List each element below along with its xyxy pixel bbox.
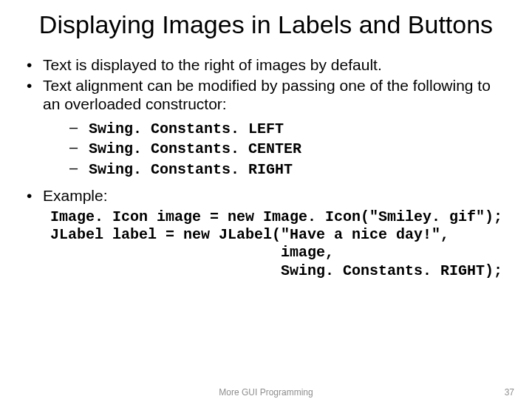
sub-bullet-item: Swing. Constants. LEFT	[43, 118, 510, 138]
code-example: Image. Icon image = new Image. Icon("Smi…	[50, 208, 510, 281]
bullet-text: Text is displayed to the right of images…	[43, 56, 382, 73]
bullet-text: Text alignment can be modified by passin…	[43, 77, 491, 113]
footer-title: More GUI Programming	[0, 387, 532, 398]
code-constant: Swing. Constants. LEFT	[89, 120, 284, 137]
slide: Displaying Images in Labels and Buttons …	[0, 0, 532, 399]
code-constant: Swing. Constants. CENTER	[89, 140, 301, 157]
bullet-list: Text is displayed to the right of images…	[22, 55, 510, 205]
sub-bullet-list: Swing. Constants. LEFT Swing. Constants.…	[43, 118, 510, 179]
sub-bullet-item: Swing. Constants. CENTER	[43, 138, 510, 158]
sub-bullet-item: Swing. Constants. RIGHT	[43, 159, 510, 179]
slide-title: Displaying Images in Labels and Buttons	[22, 10, 510, 39]
slide-body: Text is displayed to the right of images…	[22, 55, 510, 280]
bullet-item: Example:	[22, 186, 510, 205]
page-number: 37	[505, 387, 514, 398]
bullet-item: Text is displayed to the right of images…	[22, 55, 510, 75]
bullet-item: Text alignment can be modified by passin…	[22, 76, 510, 179]
code-constant: Swing. Constants. RIGHT	[89, 161, 293, 178]
bullet-text: Example:	[43, 187, 108, 204]
